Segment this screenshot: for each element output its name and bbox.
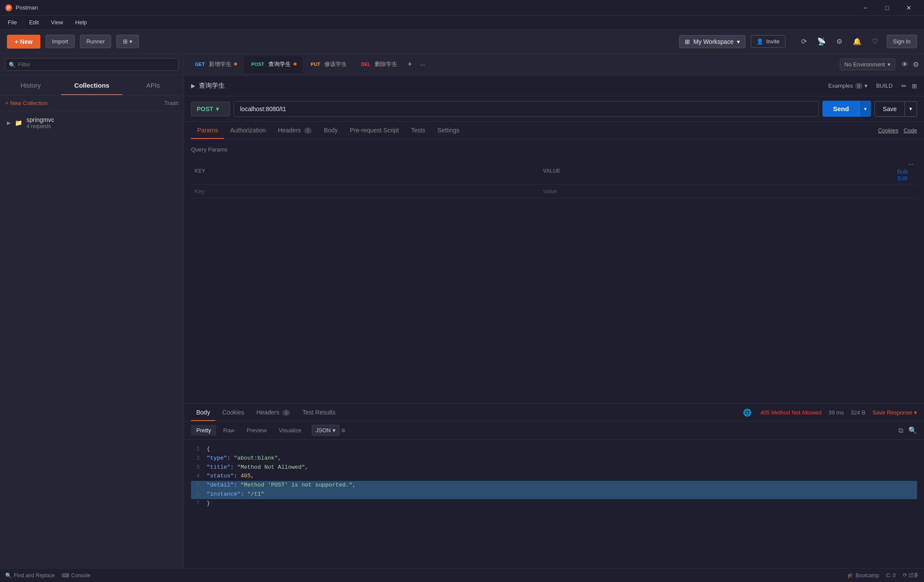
response-tab-headers[interactable]: Headers 6 [251,404,296,421]
param-actions-cell [888,184,917,198]
invite-button[interactable]: 👤 Invite [751,35,785,48]
collection-springmvc[interactable]: ▶ 📁 springmvc 4 requests [0,111,184,135]
more-tabs-button[interactable]: ··· [416,59,429,70]
find-replace-item[interactable]: 🔍 Find and Replace [5,572,55,579]
add-tab-button[interactable]: + [404,58,416,71]
format-lines-button[interactable]: ≡ [341,427,345,434]
maximize-button[interactable]: □ [877,0,897,16]
option-tab-body[interactable]: Body [318,122,344,139]
sidebar-tab-history[interactable]: History [0,76,61,95]
option-tab-settings[interactable]: Settings [431,122,465,139]
response-tab-test-results[interactable]: Test Results [297,404,340,421]
sign-in-button[interactable]: Sign In [887,35,917,48]
env-eye-button[interactable]: 👁 [900,59,910,70]
bell-icon-button[interactable]: 🔔 [851,36,863,47]
format-type-arrow: ▾ [333,427,336,434]
new-collection-button[interactable]: + New Collection [5,100,48,106]
sidebar-tab-collections[interactable]: Collections [61,76,122,95]
send-dropdown-button[interactable]: ▾ [859,101,871,117]
bootcamp-icon: 🎓 [847,572,854,579]
menu-view[interactable]: View [48,17,66,27]
copy-response-button[interactable]: ⧉ [898,426,903,434]
format-tab-raw[interactable]: Raw [218,425,240,436]
toolbar-right: ⟳ 📡 ⚙ 🔔 ♡ Sign In [799,35,917,48]
response-tab-cookies[interactable]: Cookies [217,404,250,421]
environment-dropdown[interactable]: No Environment ▾ [840,59,895,70]
format-tab-pretty[interactable]: Pretty [191,425,216,436]
filter-input[interactable] [5,58,178,71]
line-num-1: 1 [191,445,200,454]
menu-edit[interactable]: Edit [26,17,41,27]
collection-info: springmvc 4 requests [26,116,177,129]
request-tab-1[interactable]: POST 查询学生 [244,56,303,73]
edit-icon[interactable]: ✏ [901,82,907,89]
tab-name-0: 新增学生 [209,60,231,68]
format-tab-visualize[interactable]: Visualize [274,425,307,436]
save-response-button[interactable]: Save Response ▾ [872,409,917,416]
option-tab-tests[interactable]: Tests [405,122,432,139]
workspace-selector[interactable]: ⊞ My Workspace ▾ [679,35,746,48]
value-header: VALUE [540,158,888,184]
view-toggle-button[interactable]: ⊞ ▾ [116,35,139,48]
heart-icon-button[interactable]: ♡ [870,36,880,47]
cookies-link[interactable]: Cookies [878,127,898,134]
request-tab-3[interactable]: DEL 删除学生 [354,56,403,73]
save-dropdown-button[interactable]: ▾ [905,101,917,117]
request-name-row: ▶ 查询学生 [191,82,225,90]
runner-button[interactable]: Runner [80,35,112,48]
response-tabs-bar: Body Cookies Headers 6 Test Results 🌐 40… [184,404,924,421]
new-button[interactable]: + New [7,35,40,49]
minimize-button[interactable]: − [855,0,875,16]
bootcamp-item[interactable]: 🎓 Bootcamp [847,572,879,579]
option-tab-authorization[interactable]: Authorization [224,122,272,139]
request-tab-2[interactable]: PUT 修该学生 [304,56,353,73]
request-options-tabs: Params Authorization Headers 7 Body Pre-… [184,122,924,139]
line-num-6: 6 [191,490,200,499]
format-tab-preview[interactable]: Preview [241,425,272,436]
settings-icon-button[interactable]: ⚙ [835,36,844,47]
menu-file[interactable]: File [5,17,20,27]
main-layout: 🔍 History Collections APIs + New Collect… [0,54,924,568]
sync-icon-button[interactable]: ⟳ [799,36,808,47]
line-num-5: 5 [191,481,200,490]
search-response-button[interactable]: 🔍 [908,426,917,434]
bottom-right: 🎓 Bootcamp C: 0 ⟳ 过多 [847,572,919,579]
satellite-icon-button[interactable]: 📡 [815,36,828,47]
url-bar: POST ▾ Send ▾ Save ▾ [184,96,924,122]
console-item[interactable]: ⌨ Console [62,572,90,579]
format-type-select[interactable]: JSON ▾ [312,425,340,436]
query-params-area: Query Params KEY VALUE ··· Bulk Edit [184,139,924,403]
url-input[interactable] [234,101,819,117]
trash-button[interactable]: Trash [164,100,178,106]
option-tab-params[interactable]: Params [191,122,224,139]
send-button[interactable]: Send [822,101,859,117]
option-tab-headers[interactable]: Headers 7 [272,122,318,139]
code-link[interactable]: Code [904,127,917,134]
request-tab-0[interactable]: GET 新增学生 [188,56,243,73]
console-label: Console [71,572,90,579]
method-select[interactable]: POST ▾ [191,102,230,116]
bulk-edit-button[interactable]: Bulk Edit [891,168,914,181]
build-button[interactable]: BUILD [873,81,896,91]
format-type-label: JSON [316,427,331,434]
sidebar-tab-apis[interactable]: APIs [122,76,184,95]
examples-button[interactable]: Examples 0 ▾ [828,82,868,89]
response-tab-body[interactable]: Body [191,404,215,421]
layout-icon[interactable]: ⊞ [912,82,917,89]
option-tab-pre-request[interactable]: Pre-request Script [344,122,405,139]
param-key-cell[interactable]: Key [191,184,540,198]
save-button-group: Save ▾ [874,101,917,117]
param-value-cell[interactable]: Value [540,184,888,198]
search-wrap: 🔍 [5,58,178,71]
bulk-edit-header: ··· Bulk Edit [888,158,917,184]
params-more-button[interactable]: ··· [908,161,914,168]
code-line-1: 1 { [191,445,917,454]
env-settings-button[interactable]: ⚙ [911,59,921,70]
import-button[interactable]: Import [46,35,75,48]
save-button[interactable]: Save [874,101,905,117]
menu-help[interactable]: Help [73,17,89,27]
line-num-2: 2 [191,454,200,463]
close-button[interactable]: ✕ [899,0,919,16]
window-controls: − □ ✕ [855,0,919,16]
toolbar: + New Import Runner ⊞ ▾ ⊞ My Workspace ▾… [0,30,924,54]
